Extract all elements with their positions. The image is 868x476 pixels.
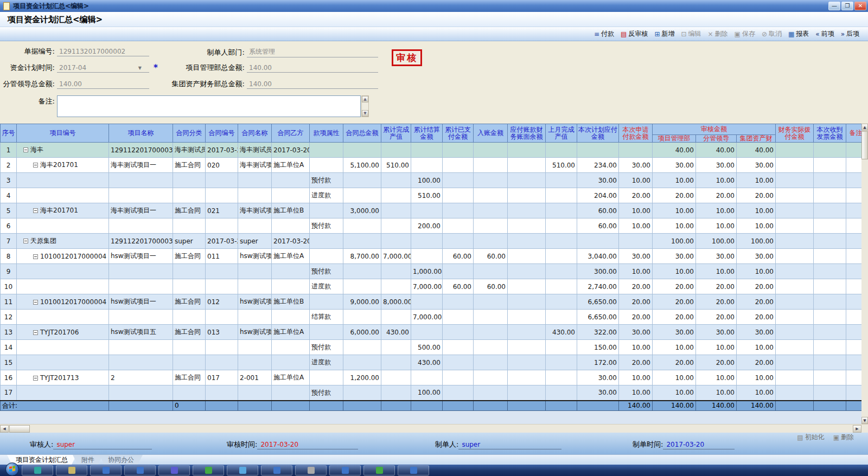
cell-payable_balance[interactable]: [508, 173, 546, 188]
cell-audit_group[interactable]: 20.00: [737, 355, 776, 370]
cell-last_month_value[interactable]: [546, 370, 577, 385]
cell-audit_pm[interactable]: 30.00: [653, 325, 696, 340]
cell-remark[interactable]: [846, 325, 862, 340]
cell-audit_pm[interactable]: 10.00: [653, 264, 696, 279]
cell-name[interactable]: 海丰测试项目一: [109, 158, 173, 173]
cell-name[interactable]: 1291122017000035: [109, 143, 173, 158]
cell-audit_pm[interactable]: 100.00: [653, 234, 696, 249]
minimize-button[interactable]: —: [828, 2, 840, 10]
cell-code[interactable]: [17, 218, 109, 234]
cell-remark[interactable]: [846, 279, 862, 294]
cell-contract_total[interactable]: 8,700.00: [343, 249, 381, 264]
cell-last_month_value[interactable]: 430.00: [546, 325, 577, 340]
cell-seq[interactable]: 10: [1, 279, 17, 294]
cell-settle_amt[interactable]: 7,000.00: [411, 310, 443, 325]
cell-contract_no[interactable]: 011: [206, 249, 238, 264]
cell-paid_amt[interactable]: [443, 325, 474, 340]
cell-contract_name[interactable]: 海丰测试员: [238, 143, 272, 158]
cell-seq[interactable]: 9: [1, 264, 17, 279]
cell-apply_pay[interactable]: 20.00: [619, 355, 653, 370]
taskbar-item[interactable]: [56, 465, 87, 475]
cell-booked_amt[interactable]: [474, 355, 508, 370]
cell-seq[interactable]: 13: [1, 325, 17, 340]
tab-item[interactable]: 协同办公: [99, 455, 143, 465]
table-row[interactable]: 3预付款100.0030.0010.0010.0010.0010.00: [1, 173, 862, 188]
table-row[interactable]: 1海丰1291122017000035海丰测试员2017-03-2海丰测试员20…: [1, 143, 862, 158]
cell-settle_amt[interactable]: 200.00: [411, 218, 443, 234]
cell-audit_pm[interactable]: 20.00: [653, 355, 696, 370]
cell-name[interactable]: [109, 340, 173, 355]
cell-party_b[interactable]: [272, 385, 310, 401]
close-button[interactable]: ✕: [854, 2, 866, 10]
cell-finance_pay[interactable]: [776, 340, 814, 355]
cell-audit_group[interactable]: 10.00: [737, 385, 776, 401]
cell-invoice_amt[interactable]: [814, 143, 846, 158]
cell-invoice_amt[interactable]: [814, 264, 846, 279]
cell-contract_name[interactable]: super: [238, 234, 272, 249]
horizontal-scroll-thumb[interactable]: [9, 425, 30, 433]
cell-contract_total[interactable]: [343, 355, 381, 370]
table-row[interactable]: 6预付款200.0060.0010.0010.0010.0010.00: [1, 218, 862, 234]
cell-code[interactable]: [17, 355, 109, 370]
cell-remark[interactable]: [846, 264, 862, 279]
cell-invoice_amt[interactable]: [814, 188, 846, 203]
cell-code[interactable]: 1010012017000004: [17, 249, 109, 264]
cell-invoice_amt[interactable]: [814, 173, 846, 188]
cell-name[interactable]: [109, 279, 173, 294]
cell-finance_pay[interactable]: [776, 173, 814, 188]
cell-invoice_amt[interactable]: [814, 218, 846, 234]
taskbar-item[interactable]: [22, 465, 53, 475]
cell-settle_amt[interactable]: [411, 203, 443, 218]
start-button[interactable]: [5, 462, 19, 476]
cell-settle_amt[interactable]: [411, 143, 443, 158]
cell-finance_pay[interactable]: [776, 218, 814, 234]
cell-last_month_value[interactable]: 510.00: [546, 158, 577, 173]
cell-booked_amt[interactable]: [474, 325, 508, 340]
cell-audit_pm[interactable]: 20.00: [653, 310, 696, 325]
cell-booked_amt[interactable]: [474, 385, 508, 401]
cell-settle_amt[interactable]: [411, 249, 443, 264]
cell-party_b[interactable]: [272, 355, 310, 370]
tree-collapse-icon[interactable]: [33, 376, 38, 381]
cell-contract_type[interactable]: [173, 385, 206, 401]
plan-time-select[interactable]: 2017-04▼: [57, 63, 149, 73]
scroll-up-icon[interactable]: ▲: [861, 124, 868, 131]
cell-audit_leader[interactable]: 10.00: [696, 385, 737, 401]
cell-code[interactable]: 1010012017000004: [17, 294, 109, 310]
cell-party_b[interactable]: 施工单位A: [272, 158, 310, 173]
tree-collapse-icon[interactable]: [33, 330, 38, 335]
cell-payable_balance[interactable]: [508, 188, 546, 203]
cell-contract_name[interactable]: [238, 310, 272, 325]
cell-last_month_value[interactable]: [546, 264, 577, 279]
cell-payment_type[interactable]: 进度款: [310, 279, 343, 294]
cell-plan_pay[interactable]: 6,650.00: [577, 310, 619, 325]
cell-party_b[interactable]: [272, 264, 310, 279]
cell-contract_no[interactable]: 020: [206, 158, 238, 173]
cell-seq[interactable]: 15: [1, 355, 17, 370]
cell-party_b[interactable]: 施工单位B: [272, 203, 310, 218]
cell-audit_group[interactable]: 100.00: [737, 234, 776, 249]
cell-name[interactable]: [109, 173, 173, 188]
cell-contract_total[interactable]: 6,000.00: [343, 325, 381, 340]
cell-payable_balance[interactable]: [508, 355, 546, 370]
cell-audit_pm[interactable]: 10.00: [653, 203, 696, 218]
cell-contract_total[interactable]: [343, 218, 381, 234]
cell-apply_pay[interactable]: 10.00: [619, 218, 653, 234]
cell-contract_name[interactable]: 海丰测试项目: [238, 158, 272, 173]
cell-plan_pay[interactable]: 60.00: [577, 218, 619, 234]
cell-payment_type[interactable]: 预付款: [310, 385, 343, 401]
table-row[interactable]: 14预付款500.00150.0010.0010.0010.0010.00: [1, 340, 862, 355]
maximize-button[interactable]: ❐: [841, 2, 853, 10]
cell-done_value[interactable]: [381, 279, 411, 294]
cell-done_value[interactable]: [381, 234, 411, 249]
cell-paid_amt[interactable]: [443, 355, 474, 370]
table-row[interactable]: 7天原集团1291122017000036super2017-03-2super…: [1, 234, 862, 249]
cell-contract_type[interactable]: [173, 340, 206, 355]
cell-plan_pay[interactable]: 30.00: [577, 385, 619, 401]
cell-audit_pm[interactable]: 40.00: [653, 143, 696, 158]
cell-audit_leader[interactable]: 10.00: [696, 340, 737, 355]
tab-active[interactable]: 项目资金计划汇总: [7, 455, 76, 465]
cell-remark[interactable]: [846, 249, 862, 264]
cell-audit_pm[interactable]: 30.00: [653, 249, 696, 264]
cell-payment_type[interactable]: [310, 158, 343, 173]
